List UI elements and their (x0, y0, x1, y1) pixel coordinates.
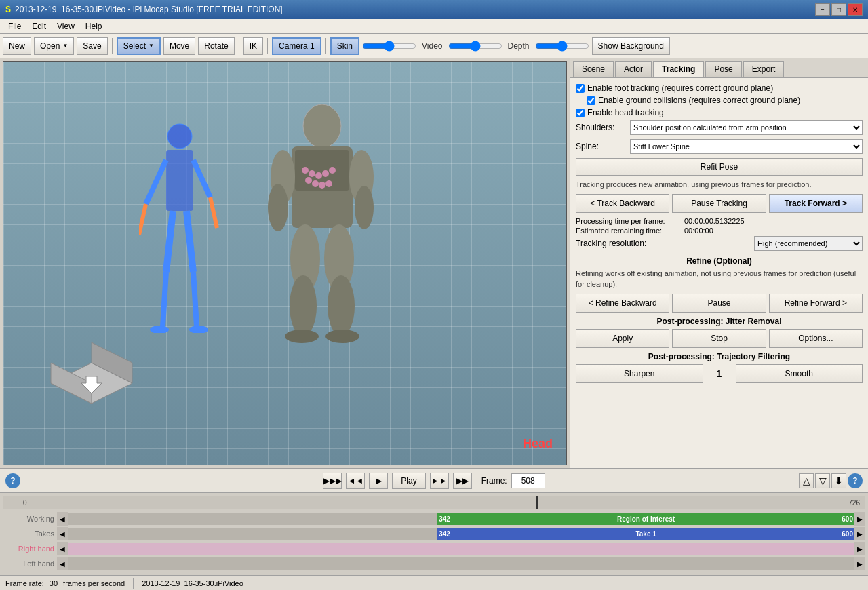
maximize-button[interactable]: □ (831, 3, 846, 16)
rotate-button[interactable]: Rotate (198, 37, 234, 55)
zoom-in-button[interactable]: △ (799, 473, 814, 488)
takes-bar[interactable]: 342 Take 1 600 (437, 528, 854, 540)
head-label: Head (523, 437, 553, 451)
frame-rate-label: Frame rate: (5, 579, 44, 587)
svg-point-31 (328, 275, 355, 336)
estimated-remaining-value: 00:00:00 (684, 227, 863, 235)
skin-slider[interactable] (362, 41, 416, 52)
pause-tracking-button[interactable]: Pause Tracking (672, 194, 766, 213)
takes-next-button[interactable]: ▶ (854, 527, 865, 540)
pause-refine-button[interactable]: Pause (672, 294, 766, 313)
select-dropdown-arrow[interactable]: ▼ (149, 43, 154, 49)
main-area: 1 Head Scene Actor Tracking Pose Export … (0, 58, 868, 468)
zoom-out-button[interactable]: ▽ (815, 473, 830, 488)
rewind-button[interactable]: ◄◄ (346, 473, 365, 489)
frame-label: Frame: (481, 476, 507, 486)
help-right-button[interactable]: ? (848, 473, 863, 488)
tab-export[interactable]: Export (743, 61, 785, 77)
left-hand-row: Left hand ◀ ▶ (3, 557, 865, 570)
move-button[interactable]: Move (163, 37, 195, 55)
takes-prev-button[interactable]: ◀ (57, 527, 68, 540)
open-dropdown-arrow[interactable]: ▼ (62, 43, 68, 49)
enable-foot-tracking-label: Enable foot tracking (requires correct g… (587, 83, 773, 93)
apply-button[interactable]: Apply (576, 329, 669, 348)
jitter-removal-title: Post-processing: Jitter Removal (576, 317, 863, 326)
play-button[interactable]: ▶ (369, 473, 388, 489)
enable-head-tracking-checkbox[interactable] (576, 109, 585, 117)
takes-track[interactable]: 342 Take 1 600 (68, 528, 854, 540)
right-hand-prev[interactable]: ◀ (57, 542, 68, 555)
track-forward-button[interactable]: Track Forward > (769, 194, 863, 213)
working-track[interactable]: 342 Region of Interest 600 (68, 513, 854, 525)
spine-select[interactable]: Stiff Lower Spine (630, 139, 863, 154)
left-hand-prev[interactable]: ◀ (57, 557, 68, 570)
svg-point-17 (315, 172, 322, 179)
takes-bar-start: 342 (439, 530, 450, 538)
toolbar: New Open ▼ Save Select ▼ Move Rotate IK … (0, 34, 868, 58)
minimize-button[interactable]: − (815, 3, 830, 16)
tab-scene[interactable]: Scene (573, 61, 614, 77)
go-end-button[interactable]: ▶▶ (453, 473, 472, 489)
right-panel: Scene Actor Tracking Pose Export Enable … (570, 58, 868, 468)
svg-line-2 (146, 160, 166, 204)
open-button[interactable]: Open ▼ (34, 37, 74, 55)
left-hand-next[interactable]: ▶ (854, 557, 865, 570)
ik-button[interactable]: IK (243, 37, 263, 55)
ruler-start: 0 (23, 499, 27, 507)
camera-button[interactable]: Camera 1 (272, 37, 321, 55)
select-button[interactable]: Select ▼ (117, 37, 161, 55)
refine-backward-button[interactable]: < Refine Backward (576, 294, 669, 313)
video-slider[interactable] (448, 41, 502, 52)
menu-help[interactable]: Help (80, 20, 108, 33)
go-start-button[interactable]: ▶▶▶ (323, 473, 342, 489)
tracking-resolution-label: Tracking resolution: (576, 239, 754, 248)
play-text-button[interactable]: Play (392, 473, 425, 489)
show-background-button[interactable]: Show Background (592, 37, 670, 55)
track-backward-button[interactable]: < Track Backward (576, 194, 669, 213)
menu-view[interactable]: View (52, 20, 80, 33)
menu-file[interactable]: File (3, 20, 26, 33)
shoulders-select[interactable]: Shoulder position calculated from arm po… (630, 120, 863, 135)
zoom-fit-button[interactable]: ⬇ (831, 473, 846, 488)
estimated-remaining-row: Estimated remaining time: 00:00:00 (576, 227, 863, 235)
refine-forward-button[interactable]: Refine Forward > (769, 294, 863, 313)
skin-button[interactable]: Skin (330, 37, 359, 55)
tracking-resolution-select[interactable]: Low Medium High (recommended) Very High (754, 236, 863, 251)
refit-pose-button[interactable]: Refit Pose (576, 158, 863, 176)
enable-foot-tracking-checkbox[interactable] (576, 84, 585, 93)
fast-forward-button[interactable]: ►► (430, 473, 449, 489)
svg-point-21 (312, 180, 319, 187)
depth-label: Depth (505, 41, 532, 51)
help-left-button[interactable]: ? (5, 473, 20, 488)
refine-info-text: Refining works off existing animation, n… (576, 269, 863, 290)
options-button[interactable]: Options... (769, 329, 863, 348)
sharpen-button[interactable]: Sharpen (576, 364, 703, 383)
titlebar: S 2013-12-19_16-35-30.iPiVideo - iPi Moc… (0, 0, 868, 19)
svg-point-18 (322, 170, 329, 177)
close-button[interactable]: ✕ (848, 3, 863, 16)
depth-slider[interactable] (535, 41, 589, 52)
save-button[interactable]: Save (77, 37, 107, 55)
timeline-prev-button[interactable]: ◀ (57, 512, 68, 526)
enable-ground-collisions-checkbox[interactable] (587, 96, 595, 105)
working-bar-start: 342 (439, 515, 450, 523)
tab-tracking[interactable]: Tracking (653, 61, 704, 77)
gray-figure (254, 102, 390, 347)
takes-row: Takes ◀ 342 Take 1 600 ▶ (3, 527, 865, 540)
tracking-resolution-row: Tracking resolution: Low Medium High (re… (576, 236, 863, 251)
working-bar[interactable]: 342 Region of Interest 600 (437, 513, 854, 525)
timeline-next-button[interactable]: ▶ (854, 512, 865, 526)
right-hand-next[interactable]: ▶ (854, 542, 865, 555)
tab-content: Enable foot tracking (requires correct g… (570, 78, 868, 468)
smooth-button[interactable]: Smooth (736, 364, 863, 383)
viewport[interactable]: 1 Head (3, 61, 567, 465)
new-button[interactable]: New (3, 37, 31, 55)
menu-edit[interactable]: Edit (26, 20, 52, 33)
working-row: Working ◀ 342 Region of Interest 600 ▶ (3, 512, 865, 526)
tab-actor[interactable]: Actor (615, 61, 652, 77)
svg-point-23 (326, 180, 332, 187)
frame-input[interactable]: 508 (511, 473, 545, 488)
stop-button[interactable]: Stop (672, 329, 766, 348)
playhead[interactable] (536, 496, 538, 509)
tab-pose[interactable]: Pose (705, 61, 741, 77)
